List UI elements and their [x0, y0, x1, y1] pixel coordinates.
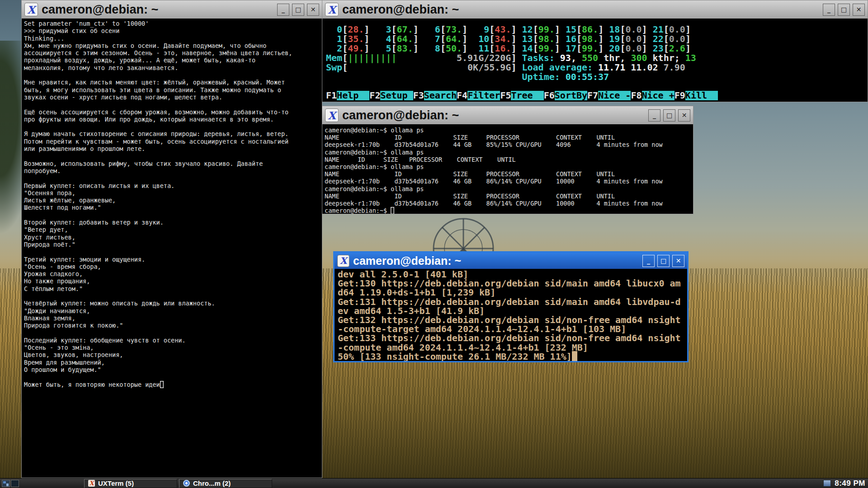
system-tray: 8:49 PM [823, 479, 866, 488]
window-title: cameron@debian: ~ [42, 3, 274, 17]
pager-window-thumb [3, 481, 6, 483]
close-button[interactable]: ✕ [672, 255, 684, 267]
htop-function-key-bar[interactable]: F1Help F2Setup F3SearchF4FilterF5Tree F6… [326, 91, 718, 100]
uxterm-window-icon: X [24, 3, 38, 16]
window-title: cameron@debian: ~ [353, 254, 639, 267]
tray-indicator-icon[interactable] [823, 480, 831, 487]
workspace-2[interactable] [11, 480, 19, 487]
maximize-button[interactable]: □ [657, 255, 670, 267]
pager-window-thumb [6, 483, 9, 486]
titlebar-htop[interactable]: X cameron@debian: ~ _ □ ✕ [322, 0, 868, 19]
workspace-pager[interactable] [2, 480, 19, 487]
window-ollama-ps: X cameron@debian: ~ _ □ ✕ cameron@debian… [322, 106, 693, 214]
window-htop: X cameron@debian: ~ _ □ ✕ 0[28.] 3[67.] … [322, 0, 868, 102]
titlebar-apt-download[interactable]: X cameron@debian: ~ _ □ ✕ [335, 253, 687, 269]
maximize-button[interactable]: □ [663, 109, 675, 122]
desktop: X cameron@debian: ~ _ □ ✕ Set parameter … [0, 0, 868, 488]
chromium-task-label: Chro...m (2) [193, 479, 231, 487]
window-title: cameron@debian: ~ [342, 3, 819, 17]
uxterm-task-label: UXTerm (5) [98, 479, 134, 487]
taskbar: X UXTerm (5) Chro...m (2) 8:49 PM [0, 478, 868, 488]
uxterm-icon-letter: X [27, 4, 35, 16]
maximize-button[interactable]: □ [292, 4, 304, 16]
uxterm-task-button[interactable]: X UXTerm (5) [84, 479, 177, 488]
chromium-task-icon [183, 480, 190, 487]
titlebar-ollama-chat[interactable]: X cameron@debian: ~ _ □ ✕ [22, 0, 322, 19]
uxterm-task-icon: X [88, 480, 95, 487]
chromium-task-button[interactable]: Chro...m (2) [179, 479, 272, 488]
uxterm-window-icon: X [325, 108, 339, 122]
workspace-1[interactable] [2, 480, 10, 487]
terminal-output-apt[interactable]: dev all 2.5.0-1 [401 kB]Get:130 https://… [335, 269, 687, 361]
minimize-button[interactable]: _ [277, 4, 289, 16]
close-button[interactable]: ✕ [678, 109, 690, 122]
htop-meters[interactable]: 0[28.] 3[67.] 6[73.] 9[43.] 12[99.] 15[8… [322, 19, 868, 102]
minimize-button[interactable]: _ [823, 4, 835, 16]
minimize-button[interactable]: _ [648, 109, 660, 122]
terminal-output-ollama-ps[interactable]: cameron@debian:~$ ollama psNAME ID SIZE … [322, 124, 693, 214]
uxterm-icon-letter: X [328, 4, 336, 16]
terminal-output-ollama-chat[interactable]: Set parameter 'num_ctx' to '10000'>>> пр… [22, 19, 322, 478]
window-apt-download: X cameron@debian: ~ _ □ ✕ dev all 2.5.0-… [333, 251, 689, 362]
window-title: cameron@debian: ~ [342, 108, 645, 122]
maximize-button[interactable]: □ [838, 4, 850, 16]
uxterm-window-icon: X [337, 255, 349, 267]
close-button[interactable]: ✕ [307, 4, 319, 16]
minimize-button[interactable]: _ [642, 255, 655, 267]
close-button[interactable]: ✕ [853, 4, 865, 16]
window-ollama-chat: X cameron@debian: ~ _ □ ✕ Set parameter … [21, 0, 322, 478]
uxterm-icon-letter: X [328, 109, 336, 122]
taskbar-clock: 8:49 PM [835, 479, 866, 488]
uxterm-window-icon: X [325, 3, 339, 16]
titlebar-ollama-ps[interactable]: X cameron@debian: ~ _ □ ✕ [322, 106, 693, 124]
uxterm-icon-letter: X [340, 255, 347, 266]
